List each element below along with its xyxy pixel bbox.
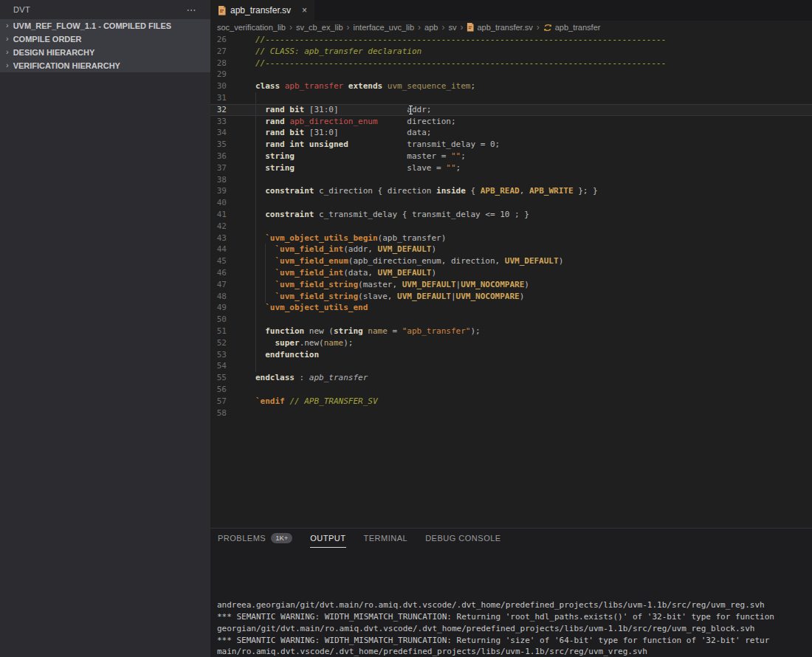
code-line[interactable]: 56 <box>210 384 812 396</box>
class-symbol-icon <box>543 24 552 32</box>
line-number: 55 <box>210 372 227 384</box>
tab-debug-console[interactable]: DEBUG CONSOLE <box>425 529 500 548</box>
code-line[interactable]: 49 `uvm_object_utils_end <box>210 302 812 314</box>
breadcrumb-item[interactable]: sv <box>448 23 456 32</box>
line-number: 46 <box>210 267 227 279</box>
code-line[interactable]: 38 <box>210 174 812 186</box>
code-line[interactable]: 26//------------------------------------… <box>210 34 812 46</box>
code-text: `uvm_object_utils_end <box>255 302 368 314</box>
line-number: 37 <box>210 162 227 174</box>
sidebar-item-compiled-files[interactable]: › UVM_REF_FLOW_1.1 - COMPILED FILES <box>0 19 210 32</box>
code-line[interactable]: 28//------------------------------------… <box>210 58 812 69</box>
code-line[interactable]: 55endclass : apb_transfer <box>210 372 812 384</box>
breadcrumb-item[interactable]: soc_verification_lib <box>217 23 286 32</box>
breadcrumb-item[interactable]: interface_uvc_lib <box>354 23 415 32</box>
line-number: 27 <box>210 46 227 58</box>
sidebar-title: DVT <box>13 5 30 14</box>
code-text: constraint c_transmit_delay { transmit_d… <box>255 209 529 221</box>
line-number: 50 <box>210 314 227 326</box>
code-line[interactable]: 42 <box>210 221 812 233</box>
line-number: 39 <box>210 185 227 197</box>
panel-tab-label: PROBLEMS <box>218 534 266 543</box>
tab-problems[interactable]: PROBLEMS 1K+ <box>218 529 292 548</box>
sidebar-item-compile-order[interactable]: › COMPILE ORDER <box>0 32 210 46</box>
code-line[interactable]: 53 endfunction <box>210 349 812 361</box>
code-line[interactable]: 34 rand bit [31:0] data; <box>210 127 812 139</box>
code-line[interactable]: 58 <box>210 407 812 419</box>
output-line: georgian/git/dvt.main/ro.amiq.dvt.vscode… <box>217 623 812 635</box>
code-line[interactable]: 45 `uvm_field_enum(apb_direction_enum, d… <box>210 255 812 267</box>
panel-tab-label: DEBUG CONSOLE <box>425 534 500 543</box>
sidebar-item-verification-hierarchy[interactable]: › VERIFICATION HIERARCHY <box>0 59 210 72</box>
code-text: string master = ""; <box>255 151 466 162</box>
code-lines: 26//------------------------------------… <box>210 34 812 419</box>
tab-terminal[interactable]: TERMINAL <box>364 529 408 548</box>
code-line[interactable]: 54 <box>210 360 812 372</box>
breadcrumb-item[interactable]: sv_cb_ex_lib <box>296 23 343 32</box>
dvt-tree: › UVM_REF_FLOW_1.1 - COMPILED FILES › CO… <box>0 19 210 72</box>
breadcrumb-item-file[interactable]: apb_transfer.sv <box>467 23 532 32</box>
breadcrumb: soc_verification_lib › sv_cb_ex_lib › in… <box>210 21 812 34</box>
output-line: main/ro.amiq.dvt.vscode/.dvt_home/predef… <box>217 646 812 657</box>
code-line[interactable]: 47 `uvm_field_string(master, UVM_DEFAULT… <box>210 279 812 291</box>
line-number: 40 <box>210 197 227 209</box>
tab-output[interactable]: OUTPUT <box>310 529 345 548</box>
output-line: *** SEMANTIC WARNING: WIDTH_MISMATCH_TRU… <box>217 635 812 647</box>
breadcrumb-item-class[interactable]: apb_transfer <box>543 23 601 32</box>
code-line[interactable]: 51 function new (string name = "apb_tran… <box>210 326 812 337</box>
code-line[interactable]: 48 `uvm_field_string(slave, UVM_DEFAULT|… <box>210 291 812 303</box>
code-text: rand bit [31:0] addr; <box>255 104 431 116</box>
breadcrumb-label: apb_transfer <box>555 23 601 32</box>
code-line[interactable]: 29 <box>210 69 812 80</box>
tab-bar: apb_transfer.sv × <box>210 0 812 21</box>
line-number: 42 <box>210 221 227 233</box>
line-number: 35 <box>210 139 227 151</box>
code-text: // CLASS: apb_transfer declaration <box>255 46 422 58</box>
code-line[interactable]: 30class apb_transfer extends uvm_sequenc… <box>210 80 812 92</box>
code-text: `uvm_field_enum(apb_direction_enum, dire… <box>255 255 563 267</box>
line-number: 32 <box>210 104 227 116</box>
code-line[interactable]: 39 constraint c_direction { direction in… <box>210 185 812 197</box>
breadcrumb-item[interactable]: apb <box>424 23 438 32</box>
code-line[interactable]: 50 <box>210 314 812 326</box>
output-lines: andreea.georgian/git/dvt.main/ro.amiq.dv… <box>217 599 812 657</box>
code-line[interactable]: 33 rand apb_direction_enum direction; <box>210 116 812 128</box>
chevron-right-icon: › <box>6 61 9 69</box>
line-number: 48 <box>210 291 227 303</box>
code-line[interactable]: 36 string master = ""; <box>210 151 812 162</box>
code-line[interactable]: 41 constraint c_transmit_delay { transmi… <box>210 209 812 221</box>
code-line[interactable]: 35 rand int unsigned transmit_delay = 0; <box>210 139 812 151</box>
code-line[interactable]: 32 rand bit [31:0] addr; <box>210 104 812 116</box>
code-line[interactable]: 46 `uvm_field_int(data, UVM_DEFAULT) <box>210 267 812 279</box>
code-line[interactable]: 37 string slave = ""; <box>210 162 812 174</box>
output-log: *** SEMANTIC WARNING: WIDTH_MISMATCH_TRU… <box>217 548 812 657</box>
breadcrumb-separator: › <box>537 22 540 32</box>
sidebar-item-design-hierarchy[interactable]: › DESIGN HIERARCHY <box>0 46 210 59</box>
text-cursor-pointer <box>408 106 413 114</box>
more-actions-icon[interactable]: ⋯ <box>187 4 196 16</box>
output-line: andreea.georgian/git/dvt.main/ro.amiq.dv… <box>217 599 812 611</box>
code-line[interactable]: 27// CLASS: apb_transfer declaration <box>210 46 812 58</box>
close-icon[interactable]: × <box>302 5 307 16</box>
code-line[interactable]: 57`endif // APB_TRANSFER_SV <box>210 396 812 407</box>
output-clipped-line: *** SEMANTIC WARNING: WIDTH_MISMATCH_TRU… <box>217 571 812 577</box>
code-line[interactable]: 44 `uvm_field_int(addr, UVM_DEFAULT) <box>210 244 812 255</box>
code-text: //--------------------------------------… <box>255 58 666 69</box>
code-editor[interactable]: 26//------------------------------------… <box>210 34 812 528</box>
sidebar-header: DVT ⋯ <box>0 0 210 19</box>
code-line[interactable]: 52 super.new(name); <box>210 337 812 349</box>
chevron-right-icon: › <box>6 21 9 30</box>
tab-apb-transfer[interactable]: apb_transfer.sv × <box>210 0 314 21</box>
breadcrumb-separator: › <box>289 22 292 32</box>
problems-count-badge: 1K+ <box>271 533 292 543</box>
code-line[interactable]: 43 `uvm_object_utils_begin(apb_transfer) <box>210 233 812 244</box>
code-line[interactable]: 40 <box>210 197 812 209</box>
line-number: 34 <box>210 127 227 139</box>
line-number: 53 <box>210 349 227 361</box>
code-text: function new (string name = "apb_transfe… <box>255 326 481 337</box>
panel-tab-label: OUTPUT <box>310 534 345 543</box>
code-line[interactable]: 31 <box>210 92 812 104</box>
code-text: string slave = ""; <box>255 162 461 174</box>
code-text: `uvm_object_utils_begin(apb_transfer) <box>255 233 446 244</box>
tree-item-label: UVM_REF_FLOW_1.1 - COMPILED FILES <box>13 21 172 30</box>
